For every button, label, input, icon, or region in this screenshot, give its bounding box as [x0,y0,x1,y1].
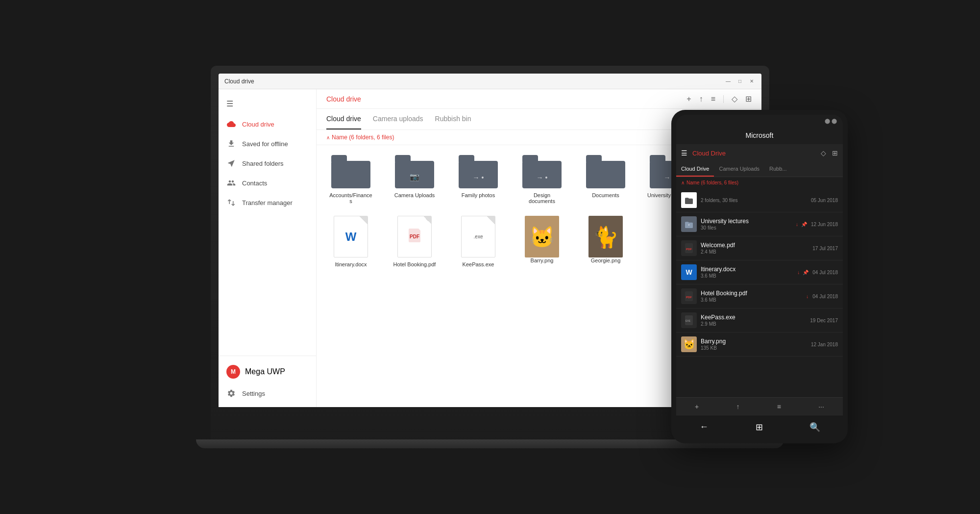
phone-tab-camera[interactable]: Camera Uploads [714,162,764,177]
phone-list-item[interactable]: 2 folders, 30 files 05 Jun 2018 [676,188,843,212]
folder-family-name: Family photos [462,192,495,198]
folder-camera-name: Camera Uploads [394,192,435,198]
arrow-badge2-icon: → • [537,174,548,181]
phone-item-info: Itinerary.docx 3.6 MB [701,266,793,279]
cloud-drive-icon [226,119,236,129]
laptop-wrapper: Cloud drive — □ ✕ ☰ Cloud drive [211,66,769,448]
folder-family-photos[interactable]: → • Family photos [454,155,503,204]
phone-item-name: Barry.png [701,338,807,345]
phone-list-item[interactable]: University lectures 30 files ↓ 📌 12 Jun … [676,212,843,236]
phone-list-item[interactable]: PDF Hotel Booking.pdf 3.6 MB ↓ 04 Jul 20… [676,284,843,308]
phone-tabs: Cloud Drive Camera Uploads Rubb... [676,162,843,177]
pdf-doc-icon: PDF [397,216,432,257]
close-button[interactable]: ✕ [748,77,756,85]
app-toolbar: Cloud drive + ↑ ≡ ◇ ⊞ [317,89,761,109]
folder-design-docs[interactable]: → • Design documents [517,155,566,204]
phone-status-icons: ⬤ ⬤ [825,118,837,124]
upload-button[interactable]: ↑ [699,95,703,103]
barry-thumb: 🐱 [681,336,697,352]
barry-image [525,216,559,257]
tab-camera-uploads[interactable]: Camera uploads [373,109,423,129]
pin-action-icon[interactable]: 📌 [801,222,807,227]
phone-item-name: University lectures [701,218,792,225]
sidebar-item-contacts[interactable]: Contacts [219,173,316,193]
phone-item-actions: ↓ 📌 [797,270,808,275]
phone-list-item[interactable]: EXE KeePass.exe 2.9 MB 19 Dec 2017 [676,308,843,333]
phone-tab-rubbish[interactable]: Rubb... [764,162,791,177]
sidebar-bottom: M Mega UWP Settings [219,356,316,403]
file-georgie[interactable]: Georgie.png [581,216,630,267]
phone-list-item[interactable]: 🐱 Barry.png 135 KB 12 Jan 2018 [676,333,843,357]
tab-rubbish-bin[interactable]: Rubbish bin [435,109,471,129]
maximize-button[interactable]: □ [736,77,744,85]
file-georgie-name: Georgie.png [591,257,621,263]
sidebar-item-cloud-drive[interactable]: Cloud drive [219,114,316,134]
phone-item-meta: 3.6 MB [701,297,802,303]
folder-camera-icon: 📷 [395,155,434,188]
phone-item-name: KeePass.exe [701,314,806,321]
folder-accounts[interactable]: Accounts/Finances [326,155,375,204]
window-controls: — □ ✕ [724,77,756,85]
phone-toolbar-actions: ◇ ⊞ [821,149,838,157]
sidebar-saved-label: Saved for offline [242,140,288,148]
phone-home-button[interactable]: ⊞ [751,418,768,436]
file-barry-name: Barry.png [531,257,554,263]
svg-text:PDF: PDF [686,296,692,299]
sidebar-user[interactable]: M Mega UWP [219,360,316,384]
sidebar-item-transfer[interactable]: Transfer manager [219,193,316,212]
phone-search-button[interactable]: 🔍 [806,418,824,436]
phone-file-list[interactable]: 2 folders, 30 files 05 Jun 2018 Universi… [676,188,843,397]
word-doc-icon: W [334,216,368,257]
file-keepass[interactable]: .exe KeePass.exe [454,216,503,267]
phone-list-item[interactable]: PDF Welcome.pdf 2.4 MB 17 Jul 2017 [676,236,843,260]
phone-sort-label: Name (6 folders, 6 files) [686,180,738,185]
grid-view-button[interactable]: ⊞ [745,94,752,103]
download-action-icon[interactable]: ↓ [796,222,798,227]
add-button[interactable]: + [686,95,691,103]
download-hotel-icon[interactable]: ↓ [806,294,808,299]
phone-sort-bar: ∧ Name (6 folders, 6 files) [676,177,843,188]
phone-item-meta: 30 files [701,225,792,231]
word-letter: W [345,230,357,244]
phone-sort-icon[interactable]: ◇ [821,149,826,157]
phone-tab-cloud-drive[interactable]: Cloud Drive [676,162,714,177]
sidebar-cloud-drive-label: Cloud drive [242,121,274,128]
phone-add-button[interactable]: + [695,403,699,411]
phone-item-date: 04 Jul 2018 [812,294,838,299]
white-folder-icon [681,192,697,208]
phone-list-item[interactable]: W Itinerary.docx 3.6 MB ↓ 📌 04 Jul 2018 [676,260,843,284]
phone-item-date: 19 Dec 2017 [810,318,838,323]
file-barry[interactable]: Barry.png [517,216,566,267]
folder-camera-uploads[interactable]: 📷 Camera Uploads [390,155,439,204]
phone-upload-button[interactable]: ↑ [736,403,740,411]
hamburger-menu-icon[interactable]: ☰ [219,93,316,114]
list-view-button[interactable]: ≡ [711,95,715,103]
phone-list-button[interactable]: ≡ [777,403,781,411]
file-hotel-booking[interactable]: PDF Hotel Booking.pdf [390,216,439,267]
phone-back-button[interactable]: ← [695,418,713,436]
phone-item-info: Barry.png 135 KB [701,338,807,351]
window-titlebar: Cloud drive — □ ✕ [219,74,761,89]
phone-bottom-actions: + ↑ ≡ ··· [676,397,843,415]
phone-item-meta: 3.6 MB [701,273,793,279]
sidebar-item-saved-offline[interactable]: Saved for offline [219,134,316,154]
phone-item-meta: 2.9 MB [701,321,806,327]
phone-more-button[interactable]: ··· [818,403,824,411]
download-action2-icon[interactable]: ↓ [797,270,800,275]
folder-documents[interactable]: Documents [581,155,630,204]
pin-action2-icon[interactable]: 📌 [803,270,808,275]
sidebar-item-shared-folders[interactable]: Shared folders [219,154,316,173]
minimize-button[interactable]: — [724,77,732,85]
sort-button[interactable]: ◇ [732,94,737,103]
exe-label: .exe [474,234,483,239]
phone-menu-icon[interactable]: ☰ [681,149,687,157]
sort-chevron-icon: ∧ [326,135,330,140]
sidebar-item-settings[interactable]: Settings [219,384,316,403]
folder-dark-icon [681,216,697,232]
tab-cloud-drive[interactable]: Cloud drive [326,109,361,129]
phone-item-meta: 135 KB [701,345,807,351]
file-itinerary[interactable]: W Itinerary.docx [326,216,375,267]
phone-grid-icon[interactable]: ⊞ [832,149,838,157]
camera-badge-icon: 📷 [410,172,419,181]
phone-item-actions: ↓ 📌 [796,222,807,227]
